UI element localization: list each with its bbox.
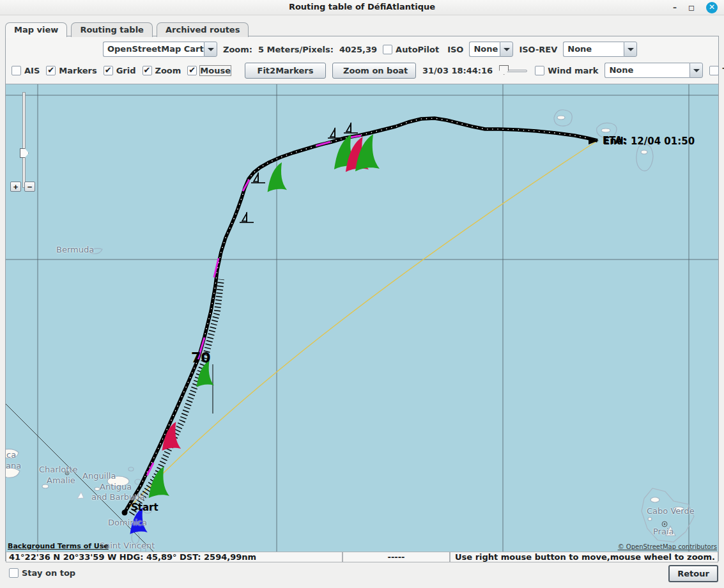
boat-icon: [328, 128, 342, 138]
toolbar-row-1: OpenStreetMap Carto Zoom: 5 Meters/Pixel…: [103, 40, 637, 58]
mouse-label: Mouse: [200, 66, 231, 75]
chevron-down-icon[interactable]: [204, 42, 217, 57]
grid-checkbox[interactable]: Grid: [104, 66, 136, 75]
tab-map-view[interactable]: Map view: [5, 22, 67, 37]
autopilot-checkbox[interactable]: AutoPilot: [383, 45, 439, 54]
autopilot-checkbox-box[interactable]: [383, 45, 392, 54]
scale-value: 4025,39: [339, 45, 377, 54]
label-charlotte-amalie: Amalie: [47, 476, 75, 485]
isochrone-number: 70: [191, 350, 211, 366]
toolbar-row-2: AIS Markers Grid Zoom Mouse Fit2Markers …: [12, 61, 724, 79]
chevron-down-icon[interactable]: [624, 42, 637, 57]
maximize-icon[interactable]: ◻: [686, 2, 697, 13]
iso-label: ISO: [447, 45, 463, 54]
status-bar: 41°22'36 N 20°33'59 W HDG: 45,89° DST: 2…: [6, 552, 718, 562]
grid-checkbox-box[interactable]: [104, 66, 113, 75]
close-icon[interactable]: ✕: [706, 2, 718, 13]
label-praia: Praia: [653, 527, 674, 536]
sail-markers: [130, 134, 380, 534]
scale-label: 5 Meters/Pixels:: [258, 45, 334, 54]
markers-label: Markers: [59, 66, 96, 75]
time-slider-thumb[interactable]: [499, 65, 509, 75]
label-fragment: ana: [6, 461, 21, 470]
wind-combobox[interactable]: None: [605, 63, 703, 78]
status-hint: Use right mouse button to move,mouse whe…: [450, 552, 718, 562]
zoom-in-button[interactable]: +: [10, 182, 21, 192]
zoom-cb-label: Zoom: [155, 66, 181, 75]
boat-icon: [240, 212, 254, 222]
chevron-down-icon[interactable]: [689, 63, 703, 78]
map-style-value: OpenStreetMap Carto: [103, 42, 204, 57]
label-anguilla: Anguilla: [82, 471, 116, 481]
iso-rev-label: ISO-REV: [519, 45, 557, 54]
titlebar: Routing table of DéfiAtlantique – ◻ ✕: [0, 0, 724, 15]
iso-rev-combobox[interactable]: None: [563, 42, 637, 57]
wind-mark-label: Wind mark: [548, 66, 598, 75]
wind-mark-checkbox[interactable]: Wind mark: [535, 66, 598, 75]
time-slider[interactable]: [499, 65, 528, 76]
map-style-combobox[interactable]: OpenStreetMap Carto: [103, 42, 217, 57]
grid-label: Grid: [116, 66, 136, 75]
tab-routing-table[interactable]: Routing table: [71, 22, 153, 37]
status-position: 41°22'36 N 20°33'59 W HDG: 45,89° DST: 2…: [6, 552, 343, 562]
zoom-label: Zoom:: [223, 45, 252, 54]
stay-on-top-label: Stay on top: [22, 568, 75, 578]
route-highlight-segments: [147, 135, 361, 476]
route-track: [125, 118, 597, 513]
start-label: Start: [131, 502, 158, 513]
zoom-out-button[interactable]: −: [24, 182, 35, 192]
tab-archived-routes[interactable]: Archived routes: [157, 22, 249, 37]
zoom-on-boat-button[interactable]: Zoom on boat: [332, 63, 416, 79]
label-dominica: Dominica: [108, 518, 147, 527]
label-antigua: Antigua: [100, 482, 132, 491]
time-slider-track[interactable]: [505, 70, 527, 72]
label-antigua: and Barbuda: [91, 492, 145, 502]
label-cabo-verde: Cabo Verde: [647, 506, 695, 516]
course-line: [125, 141, 597, 513]
label-charlotte-amalie: Charlotte: [39, 465, 77, 474]
stay-on-top-checkbox[interactable]: Stay on top: [9, 568, 75, 578]
map-view-panel: OpenStreetMap Carto Zoom: 5 Meters/Pixel…: [5, 36, 719, 561]
end-label: End: 12/04 01:50: [603, 135, 695, 147]
mouse-checkbox[interactable]: Mouse: [187, 66, 231, 75]
waypoint-boat-icons: [240, 123, 358, 222]
mouse-checkbox-box[interactable]: [187, 66, 197, 75]
markers-checkbox[interactable]: Markers: [46, 66, 96, 75]
route-track-dots: [125, 118, 597, 513]
wind-value: None: [605, 63, 689, 78]
sail-green-upper: [268, 162, 287, 192]
label-fragment: ca: [6, 450, 16, 460]
minimize-icon[interactable]: –: [669, 2, 681, 13]
background-terms-link[interactable]: Background Terms of Use: [8, 542, 109, 550]
status-center: -----: [343, 552, 450, 562]
osm-attribution-link[interactable]: © OpenStreetMap contributors: [618, 543, 717, 550]
datetime-value: 31/03 18:44:16: [422, 66, 493, 75]
iso-combobox[interactable]: None: [469, 42, 513, 57]
window-title: Routing table of DéfiAtlantique: [0, 2, 724, 12]
sail-green-lower: [149, 467, 169, 498]
ais-checkbox[interactable]: AIS: [12, 66, 40, 75]
fit2markers-button[interactable]: Fit2Markers: [245, 63, 326, 79]
autopilot-label: AutoPilot: [396, 45, 439, 54]
ais-label: AIS: [24, 66, 40, 75]
iso-rev-value: None: [563, 42, 624, 57]
tws-twd-checkbox[interactable]: TWS/TWD: [709, 66, 724, 75]
stay-on-top-checkbox-box[interactable]: [9, 568, 19, 578]
label-bermuda: Bermuda: [56, 245, 94, 254]
zoom-checkbox[interactable]: Zoom: [142, 66, 181, 75]
wind-mark-checkbox-box[interactable]: [535, 66, 544, 75]
map-zoom-slider-track[interactable]: [22, 92, 26, 188]
chevron-down-icon[interactable]: [500, 42, 513, 57]
iso-value: None: [469, 42, 500, 57]
map-canvas[interactable]: Bermuda ca ana Charlotte Amalie Anguilla…: [6, 84, 718, 552]
start-point: [122, 510, 128, 516]
ais-checkbox-box[interactable]: [12, 66, 21, 75]
retour-button[interactable]: Retour: [668, 565, 718, 582]
tws-twd-checkbox-box[interactable]: [709, 66, 719, 75]
zoom-checkbox-box[interactable]: [142, 66, 152, 75]
tab-strip: Map view Routing table Archived routes: [5, 22, 249, 36]
markers-checkbox-box[interactable]: [46, 66, 56, 75]
boat-icon: [344, 123, 358, 133]
